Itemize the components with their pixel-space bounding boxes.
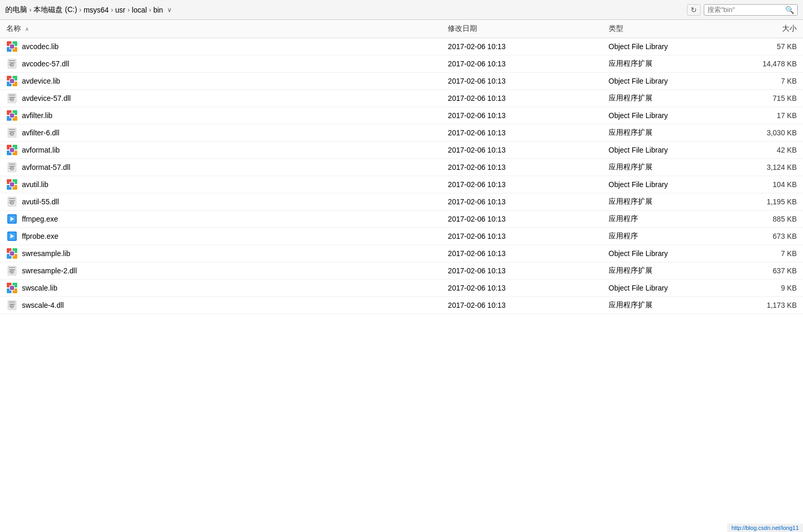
file-date: 2017-02-06 10:13	[441, 90, 602, 107]
path-local[interactable]: local	[132, 6, 147, 14]
file-name-cell[interactable]: avdevice.lib	[0, 73, 441, 90]
table-row[interactable]: avcodec-57.dll 2017-02-06 10:13 应用程序扩展 1…	[0, 55, 803, 73]
file-name: avfilter-6.dll	[22, 129, 60, 137]
address-bar: 的电脑 › 本地磁盘 (C:) › msys64 › usr › local ›…	[0, 0, 803, 20]
file-type: 应用程序扩展	[602, 159, 723, 176]
table-row[interactable]: avcodec.lib 2017-02-06 10:13 Object File…	[0, 38, 803, 55]
file-name-cell[interactable]: swscale-4.dll	[0, 297, 441, 314]
col-header-size[interactable]: 大小	[723, 20, 803, 38]
table-row[interactable]: avfilter.lib 2017-02-06 10:13 Object Fil…	[0, 107, 803, 124]
file-icon-dll	[6, 58, 18, 70]
path-msys64[interactable]: msys64	[84, 6, 109, 14]
file-icon-lib	[6, 41, 18, 52]
file-type: 应用程序扩展	[602, 262, 723, 280]
file-type: 应用程序扩展	[602, 55, 723, 73]
file-name-cell[interactable]: avfilter.lib	[0, 107, 441, 124]
table-row[interactable]: avdevice-57.dll 2017-02-06 10:13 应用程序扩展 …	[0, 90, 803, 107]
file-name: swresample.lib	[22, 249, 71, 258]
file-name-cell[interactable]: avcodec.lib	[0, 38, 441, 55]
file-name-cell[interactable]: swscale.lib	[0, 280, 441, 297]
path-usr[interactable]: usr	[115, 6, 125, 14]
file-date: 2017-02-06 10:13	[441, 297, 602, 314]
path-dropdown-button[interactable]: ∨	[167, 6, 172, 14]
col-header-name[interactable]: 名称 ∧	[0, 20, 441, 38]
path-bin[interactable]: bin	[153, 6, 163, 14]
file-name-cell[interactable]: swresample-2.dll	[0, 262, 441, 280]
path-c-drive[interactable]: 本地磁盘 (C:)	[33, 5, 77, 15]
table-row[interactable]: swresample-2.dll 2017-02-06 10:13 应用程序扩展…	[0, 262, 803, 280]
file-size: 7 KB	[723, 73, 803, 90]
file-size: 3,124 KB	[723, 159, 803, 176]
file-name: avcodec.lib	[22, 42, 59, 51]
file-name-cell[interactable]: ffmpeg.exe	[0, 211, 441, 228]
file-date: 2017-02-06 10:13	[441, 280, 602, 297]
file-type: 应用程序扩展	[602, 193, 723, 211]
table-row[interactable]: swscale-4.dll 2017-02-06 10:13 应用程序扩展 1,…	[0, 297, 803, 314]
file-name: swscale.lib	[22, 284, 57, 292]
file-icon-lib	[6, 248, 18, 259]
refresh-button[interactable]: ↻	[687, 4, 701, 16]
file-size: 715 KB	[723, 90, 803, 107]
file-type: Object File Library	[602, 142, 723, 159]
table-row[interactable]: avformat.lib 2017-02-06 10:13 Object Fil…	[0, 142, 803, 159]
file-name: avutil-55.dll	[22, 198, 59, 206]
file-size: 1,173 KB	[723, 297, 803, 314]
table-row[interactable]: avutil-55.dll 2017-02-06 10:13 应用程序扩展 1,…	[0, 193, 803, 211]
file-date: 2017-02-06 10:13	[441, 55, 602, 73]
table-row[interactable]: ffprobe.exe 2017-02-06 10:13 应用程序 673 KB	[0, 228, 803, 245]
file-name-cell[interactable]: avfilter-6.dll	[0, 124, 441, 142]
search-box: 🔍	[704, 4, 798, 16]
file-icon-exe	[6, 230, 18, 242]
file-name: avutil.lib	[22, 180, 49, 189]
file-name-cell[interactable]: swresample.lib	[0, 245, 441, 262]
file-icon-lib	[6, 144, 18, 156]
file-icon-lib	[6, 75, 18, 87]
svg-point-89	[11, 305, 13, 307]
file-name: avformat.lib	[22, 146, 60, 154]
file-type: 应用程序扩展	[602, 124, 723, 142]
address-path: 的电脑 › 本地磁盘 (C:) › msys64 › usr › local ›…	[5, 5, 684, 15]
svg-rect-43	[9, 164, 15, 165]
search-input[interactable]	[707, 6, 785, 14]
table-row[interactable]: swscale.lib 2017-02-06 10:13 Object File…	[0, 280, 803, 297]
svg-rect-83	[10, 286, 14, 290]
file-name: swresample-2.dll	[22, 267, 77, 275]
file-name-cell[interactable]: avutil-55.dll	[0, 193, 441, 211]
file-size: 42 KB	[723, 142, 803, 159]
file-icon-dll	[6, 299, 18, 311]
file-name: ffmpeg.exe	[22, 215, 58, 223]
file-type: Object File Library	[602, 280, 723, 297]
file-name: ffprobe.exe	[22, 232, 59, 240]
table-header-row: 名称 ∧ 修改日期 类型 大小	[0, 20, 803, 38]
svg-rect-31	[9, 129, 15, 130]
svg-rect-7	[9, 60, 15, 61]
svg-point-77	[11, 271, 13, 273]
file-type: 应用程序	[602, 211, 723, 228]
file-date: 2017-02-06 10:13	[441, 211, 602, 228]
table-row[interactable]: avutil.lib 2017-02-06 10:13 Object File …	[0, 176, 803, 193]
col-header-type[interactable]: 类型	[602, 20, 723, 38]
file-size: 673 KB	[723, 228, 803, 245]
table-row[interactable]: avdevice.lib 2017-02-06 10:13 Object Fil…	[0, 73, 803, 90]
file-name-cell[interactable]: avcodec-57.dll	[0, 55, 441, 73]
svg-rect-19	[9, 95, 15, 96]
file-name: avfilter.lib	[22, 111, 52, 120]
col-header-date[interactable]: 修改日期	[441, 20, 602, 38]
file-name-cell[interactable]: avutil.lib	[0, 176, 441, 193]
file-icon-lib	[6, 282, 18, 294]
file-name-cell[interactable]: avformat.lib	[0, 142, 441, 159]
file-name-cell[interactable]: ffprobe.exe	[0, 228, 441, 245]
table-row[interactable]: avformat-57.dll 2017-02-06 10:13 应用程序扩展 …	[0, 159, 803, 176]
file-name-cell[interactable]: avformat-57.dll	[0, 159, 441, 176]
file-icon-dll	[6, 196, 18, 207]
file-name-cell[interactable]: avdevice-57.dll	[0, 90, 441, 107]
table-row[interactable]: swresample.lib 2017-02-06 10:13 Object F…	[0, 245, 803, 262]
table-row[interactable]: avfilter-6.dll 2017-02-06 10:13 应用程序扩展 3…	[0, 124, 803, 142]
file-icon-dll	[6, 127, 18, 138]
svg-rect-29	[10, 113, 14, 118]
file-size: 637 KB	[723, 262, 803, 280]
file-name: avdevice-57.dll	[22, 94, 71, 102]
file-name: avformat-57.dll	[22, 163, 71, 171]
path-mycomputer[interactable]: 的电脑	[5, 5, 27, 15]
table-row[interactable]: ffmpeg.exe 2017-02-06 10:13 应用程序 885 KB	[0, 211, 803, 228]
